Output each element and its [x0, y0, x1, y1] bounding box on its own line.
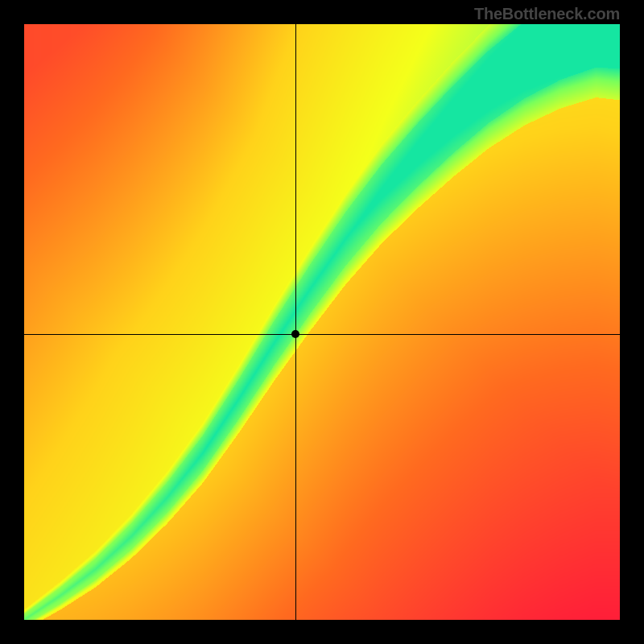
heatmap-plot: [24, 24, 620, 620]
crosshair-vertical: [295, 24, 296, 620]
heatmap-canvas: [24, 24, 620, 620]
selection-marker: [291, 330, 299, 338]
crosshair-horizontal: [24, 334, 620, 335]
chart-frame: TheBottleneck.com: [0, 0, 644, 644]
watermark-text: TheBottleneck.com: [474, 5, 620, 23]
